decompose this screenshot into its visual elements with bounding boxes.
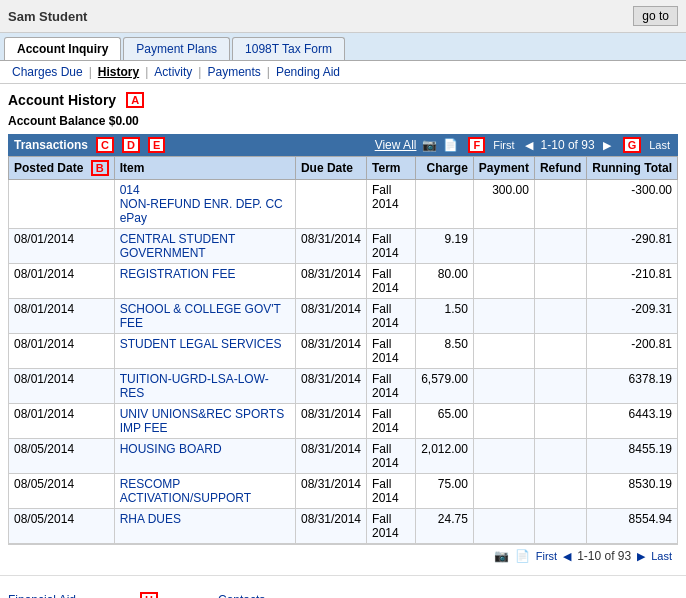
cell-term: Fall 2014 xyxy=(367,509,416,544)
sub-nav-activity[interactable]: Activity xyxy=(150,65,196,79)
contacts-link[interactable]: Contacts xyxy=(218,593,265,598)
cell-posted-date: 08/01/2014 xyxy=(9,229,115,264)
tab-1098t[interactable]: 1098T Tax Form xyxy=(232,37,345,60)
main-content: Account History A Account Balance $0.00 … xyxy=(0,84,686,575)
account-balance: Account Balance $0.00 xyxy=(8,114,678,128)
toolbar-icon-bottom1[interactable]: 📷 xyxy=(494,549,509,563)
col-charge: Charge xyxy=(416,157,474,180)
cell-refund xyxy=(534,474,586,509)
cell-term: Fall 2014 xyxy=(367,180,416,229)
cell-charge: 75.00 xyxy=(416,474,474,509)
sep2: | xyxy=(143,65,150,79)
cell-charge: 65.00 xyxy=(416,404,474,439)
col-payment: Payment xyxy=(473,157,534,180)
next-button[interactable]: ▶ xyxy=(601,139,613,152)
sub-nav: Charges Due | History | Activity | Payme… xyxy=(0,61,686,84)
tab-account-inquiry[interactable]: Account Inquiry xyxy=(4,37,121,60)
toolbar-icon1[interactable]: 📷 xyxy=(422,138,437,152)
label-e: E xyxy=(148,137,165,153)
last-button-bottom[interactable]: Last xyxy=(651,550,672,562)
sub-nav-payments[interactable]: Payments xyxy=(203,65,264,79)
cell-payment xyxy=(473,404,534,439)
cell-posted-date: 08/05/2014 xyxy=(9,439,115,474)
last-button[interactable]: Last xyxy=(647,139,672,151)
cell-item-desc: CENTRAL STUDENT GOVERNMENT xyxy=(114,229,295,264)
label-f: F xyxy=(468,137,485,153)
sub-nav-pending-aid[interactable]: Pending Aid xyxy=(272,65,344,79)
cell-item-desc: 014NON-REFUND ENR. DEP. CC ePay xyxy=(114,180,295,229)
bottom-toolbar: 📷 📄 First ◀ 1-10 of 93 ▶ Last xyxy=(8,544,678,567)
col-due-date: Due Date xyxy=(295,157,366,180)
cell-charge: 6,579.00 xyxy=(416,369,474,404)
cell-refund xyxy=(534,299,586,334)
sep4: | xyxy=(265,65,272,79)
toolbar-right: View All 📷 📄 F First ◀ 1-10 of 93 ▶ G La… xyxy=(375,137,672,153)
label-a: A xyxy=(126,92,144,108)
cell-charge: 1.50 xyxy=(416,299,474,334)
cell-running-total: 8554.94 xyxy=(587,509,678,544)
label-h: H xyxy=(140,592,158,598)
cell-refund xyxy=(534,509,586,544)
cell-refund xyxy=(534,264,586,299)
table-toolbar: Transactions C D E View All 📷 📄 F First … xyxy=(8,134,678,156)
cell-refund xyxy=(534,334,586,369)
prev-button-bottom[interactable]: ◀ xyxy=(563,550,571,563)
cell-charge: 24.75 xyxy=(416,509,474,544)
cell-payment xyxy=(473,299,534,334)
toolbar-left: Transactions C D E xyxy=(14,137,165,153)
cell-charge: 9.19 xyxy=(416,229,474,264)
toolbar-icon-bottom2[interactable]: 📄 xyxy=(515,549,530,563)
sep3: | xyxy=(196,65,203,79)
view-all-link[interactable]: View All xyxy=(375,138,417,152)
go-to-button[interactable]: go to xyxy=(633,6,678,26)
table-row: 08/05/2014 RESCOMP ACTIVATION/SUPPORT 08… xyxy=(9,474,678,509)
cell-refund xyxy=(534,180,586,229)
cell-running-total: -300.00 xyxy=(587,180,678,229)
col-posted-date: Posted Date B xyxy=(9,157,115,180)
sub-nav-charges-due[interactable]: Charges Due xyxy=(8,65,87,79)
cell-payment xyxy=(473,264,534,299)
cell-posted-date: 08/05/2014 xyxy=(9,509,115,544)
cell-payment: 300.00 xyxy=(473,180,534,229)
cell-payment xyxy=(473,334,534,369)
cell-refund xyxy=(534,369,586,404)
cell-payment xyxy=(473,229,534,264)
cell-refund xyxy=(534,404,586,439)
label-d: D xyxy=(122,137,140,153)
top-bar: Sam Student go to xyxy=(0,0,686,33)
prev-button[interactable]: ◀ xyxy=(523,139,535,152)
cell-charge: 8.50 xyxy=(416,334,474,369)
table-row: 014NON-REFUND ENR. DEP. CC ePay Fall 201… xyxy=(9,180,678,229)
cell-due-date xyxy=(295,180,366,229)
cell-running-total: -210.81 xyxy=(587,264,678,299)
cell-term: Fall 2014 xyxy=(367,334,416,369)
financial-aid-link[interactable]: Financial Aid xyxy=(8,593,76,598)
transactions-table: Posted Date B Item Due Date Term Charge … xyxy=(8,156,678,544)
table-row: 08/01/2014 TUITION-UGRD-LSA-LOW-RES 08/3… xyxy=(9,369,678,404)
pagination-info-bottom: 1-10 of 93 xyxy=(577,549,631,563)
table-row: 08/05/2014 HOUSING BOARD 08/31/2014 Fall… xyxy=(9,439,678,474)
sub-nav-history[interactable]: History xyxy=(94,65,143,79)
cell-item-desc: SCHOOL & COLLEGE GOV'T FEE xyxy=(114,299,295,334)
cell-running-total: -200.81 xyxy=(587,334,678,369)
cell-running-total: -290.81 xyxy=(587,229,678,264)
first-button-bottom[interactable]: First xyxy=(536,550,557,562)
cell-running-total: 6378.19 xyxy=(587,369,678,404)
toolbar-icon2[interactable]: 📄 xyxy=(443,138,458,152)
cell-term: Fall 2014 xyxy=(367,439,416,474)
cell-due-date: 08/31/2014 xyxy=(295,299,366,334)
main-tabs: Account Inquiry Payment Plans 1098T Tax … xyxy=(0,33,686,61)
cell-posted-date: 08/05/2014 xyxy=(9,474,115,509)
table-row: 08/01/2014 UNIV UNIONS&REC SPORTS IMP FE… xyxy=(9,404,678,439)
tab-payment-plans[interactable]: Payment Plans xyxy=(123,37,230,60)
col-refund: Refund xyxy=(534,157,586,180)
cell-item-desc: TUITION-UGRD-LSA-LOW-RES xyxy=(114,369,295,404)
label-b: B xyxy=(91,160,109,176)
cell-due-date: 08/31/2014 xyxy=(295,334,366,369)
cell-due-date: 08/31/2014 xyxy=(295,369,366,404)
next-button-bottom[interactable]: ▶ xyxy=(637,550,645,563)
first-button[interactable]: First xyxy=(491,139,516,151)
cell-term: Fall 2014 xyxy=(367,474,416,509)
cell-term: Fall 2014 xyxy=(367,299,416,334)
cell-refund xyxy=(534,229,586,264)
